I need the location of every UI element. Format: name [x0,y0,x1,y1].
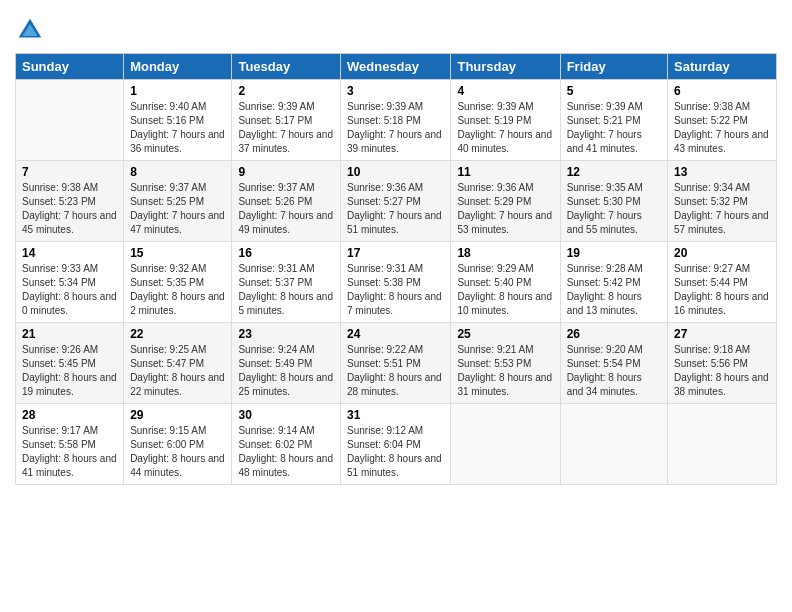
page-container: SundayMondayTuesdayWednesdayThursdayFrid… [0,0,792,495]
day-info: Sunrise: 9:20 AMSunset: 5:54 PMDaylight:… [567,343,661,399]
header-row: SundayMondayTuesdayWednesdayThursdayFrid… [16,54,777,80]
day-cell: 31 Sunrise: 9:12 AMSunset: 6:04 PMDaylig… [341,404,451,485]
day-number: 18 [457,246,553,260]
day-cell: 7 Sunrise: 9:38 AMSunset: 5:23 PMDayligh… [16,161,124,242]
day-number: 4 [457,84,553,98]
day-cell [560,404,667,485]
header-day-monday: Monday [124,54,232,80]
day-cell: 18 Sunrise: 9:29 AMSunset: 5:40 PMDaylig… [451,242,560,323]
day-info: Sunrise: 9:27 AMSunset: 5:44 PMDaylight:… [674,262,770,318]
day-number: 5 [567,84,661,98]
day-number: 7 [22,165,117,179]
week-row-3: 21 Sunrise: 9:26 AMSunset: 5:45 PMDaylig… [16,323,777,404]
day-cell: 19 Sunrise: 9:28 AMSunset: 5:42 PMDaylig… [560,242,667,323]
header-day-thursday: Thursday [451,54,560,80]
day-cell: 10 Sunrise: 9:36 AMSunset: 5:27 PMDaylig… [341,161,451,242]
day-cell: 21 Sunrise: 9:26 AMSunset: 5:45 PMDaylig… [16,323,124,404]
header [15,10,777,45]
day-cell: 4 Sunrise: 9:39 AMSunset: 5:19 PMDayligh… [451,80,560,161]
day-number: 14 [22,246,117,260]
day-cell: 17 Sunrise: 9:31 AMSunset: 5:38 PMDaylig… [341,242,451,323]
week-row-4: 28 Sunrise: 9:17 AMSunset: 5:58 PMDaylig… [16,404,777,485]
day-info: Sunrise: 9:21 AMSunset: 5:53 PMDaylight:… [457,343,553,399]
day-cell: 1 Sunrise: 9:40 AMSunset: 5:16 PMDayligh… [124,80,232,161]
day-info: Sunrise: 9:39 AMSunset: 5:19 PMDaylight:… [457,100,553,156]
day-info: Sunrise: 9:37 AMSunset: 5:25 PMDaylight:… [130,181,225,237]
day-cell: 23 Sunrise: 9:24 AMSunset: 5:49 PMDaylig… [232,323,341,404]
day-cell: 11 Sunrise: 9:36 AMSunset: 5:29 PMDaylig… [451,161,560,242]
day-cell: 14 Sunrise: 9:33 AMSunset: 5:34 PMDaylig… [16,242,124,323]
logo [15,15,49,45]
day-number: 13 [674,165,770,179]
day-cell: 5 Sunrise: 9:39 AMSunset: 5:21 PMDayligh… [560,80,667,161]
day-cell: 12 Sunrise: 9:35 AMSunset: 5:30 PMDaylig… [560,161,667,242]
day-cell: 27 Sunrise: 9:18 AMSunset: 5:56 PMDaylig… [668,323,777,404]
day-number: 30 [238,408,334,422]
day-info: Sunrise: 9:31 AMSunset: 5:38 PMDaylight:… [347,262,444,318]
day-info: Sunrise: 9:31 AMSunset: 5:37 PMDaylight:… [238,262,334,318]
day-cell: 9 Sunrise: 9:37 AMSunset: 5:26 PMDayligh… [232,161,341,242]
header-day-wednesday: Wednesday [341,54,451,80]
header-day-sunday: Sunday [16,54,124,80]
day-cell: 16 Sunrise: 9:31 AMSunset: 5:37 PMDaylig… [232,242,341,323]
day-cell: 26 Sunrise: 9:20 AMSunset: 5:54 PMDaylig… [560,323,667,404]
day-cell: 2 Sunrise: 9:39 AMSunset: 5:17 PMDayligh… [232,80,341,161]
day-info: Sunrise: 9:29 AMSunset: 5:40 PMDaylight:… [457,262,553,318]
day-cell: 29 Sunrise: 9:15 AMSunset: 6:00 PMDaylig… [124,404,232,485]
day-cell: 3 Sunrise: 9:39 AMSunset: 5:18 PMDayligh… [341,80,451,161]
day-info: Sunrise: 9:37 AMSunset: 5:26 PMDaylight:… [238,181,334,237]
day-info: Sunrise: 9:33 AMSunset: 5:34 PMDaylight:… [22,262,117,318]
day-number: 28 [22,408,117,422]
week-row-1: 7 Sunrise: 9:38 AMSunset: 5:23 PMDayligh… [16,161,777,242]
day-number: 11 [457,165,553,179]
day-cell: 25 Sunrise: 9:21 AMSunset: 5:53 PMDaylig… [451,323,560,404]
day-info: Sunrise: 9:40 AMSunset: 5:16 PMDaylight:… [130,100,225,156]
day-number: 21 [22,327,117,341]
day-info: Sunrise: 9:32 AMSunset: 5:35 PMDaylight:… [130,262,225,318]
day-number: 8 [130,165,225,179]
day-number: 20 [674,246,770,260]
day-info: Sunrise: 9:39 AMSunset: 5:17 PMDaylight:… [238,100,334,156]
day-cell: 30 Sunrise: 9:14 AMSunset: 6:02 PMDaylig… [232,404,341,485]
day-number: 15 [130,246,225,260]
day-number: 3 [347,84,444,98]
day-number: 10 [347,165,444,179]
day-info: Sunrise: 9:15 AMSunset: 6:00 PMDaylight:… [130,424,225,480]
week-row-2: 14 Sunrise: 9:33 AMSunset: 5:34 PMDaylig… [16,242,777,323]
header-day-saturday: Saturday [668,54,777,80]
day-number: 1 [130,84,225,98]
day-info: Sunrise: 9:34 AMSunset: 5:32 PMDaylight:… [674,181,770,237]
day-info: Sunrise: 9:24 AMSunset: 5:49 PMDaylight:… [238,343,334,399]
day-info: Sunrise: 9:36 AMSunset: 5:27 PMDaylight:… [347,181,444,237]
day-number: 22 [130,327,225,341]
day-number: 24 [347,327,444,341]
logo-icon [15,15,45,45]
day-info: Sunrise: 9:39 AMSunset: 5:21 PMDaylight:… [567,100,661,156]
day-number: 19 [567,246,661,260]
day-number: 2 [238,84,334,98]
day-info: Sunrise: 9:36 AMSunset: 5:29 PMDaylight:… [457,181,553,237]
day-cell: 15 Sunrise: 9:32 AMSunset: 5:35 PMDaylig… [124,242,232,323]
day-info: Sunrise: 9:14 AMSunset: 6:02 PMDaylight:… [238,424,334,480]
day-info: Sunrise: 9:38 AMSunset: 5:23 PMDaylight:… [22,181,117,237]
day-cell: 22 Sunrise: 9:25 AMSunset: 5:47 PMDaylig… [124,323,232,404]
day-cell [16,80,124,161]
day-cell [668,404,777,485]
calendar-table: SundayMondayTuesdayWednesdayThursdayFrid… [15,53,777,485]
week-row-0: 1 Sunrise: 9:40 AMSunset: 5:16 PMDayligh… [16,80,777,161]
day-info: Sunrise: 9:25 AMSunset: 5:47 PMDaylight:… [130,343,225,399]
day-number: 17 [347,246,444,260]
header-day-friday: Friday [560,54,667,80]
day-info: Sunrise: 9:22 AMSunset: 5:51 PMDaylight:… [347,343,444,399]
day-number: 9 [238,165,334,179]
day-info: Sunrise: 9:35 AMSunset: 5:30 PMDaylight:… [567,181,661,237]
day-info: Sunrise: 9:26 AMSunset: 5:45 PMDaylight:… [22,343,117,399]
day-number: 27 [674,327,770,341]
day-info: Sunrise: 9:39 AMSunset: 5:18 PMDaylight:… [347,100,444,156]
day-info: Sunrise: 9:28 AMSunset: 5:42 PMDaylight:… [567,262,661,318]
day-number: 26 [567,327,661,341]
day-cell: 20 Sunrise: 9:27 AMSunset: 5:44 PMDaylig… [668,242,777,323]
day-number: 6 [674,84,770,98]
day-cell: 6 Sunrise: 9:38 AMSunset: 5:22 PMDayligh… [668,80,777,161]
day-number: 25 [457,327,553,341]
